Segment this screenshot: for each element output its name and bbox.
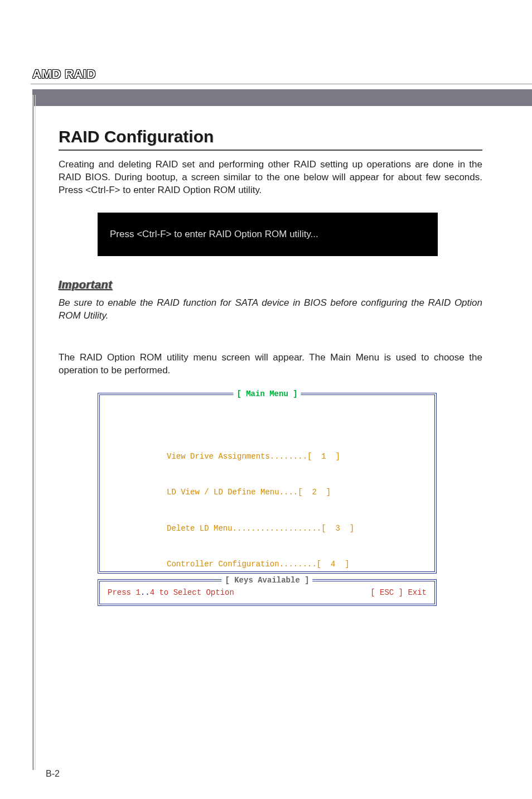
- bios-menu-item: LD View / LD Define Menu....[ 2 ]: [167, 488, 331, 497]
- keys-left-prefix: Press 1: [108, 588, 141, 597]
- bios-menu-item: Controller Configuration........[ 4 ]: [167, 560, 350, 569]
- bios-menu-item: Delete LD Menu...................[ 3 ]: [167, 524, 354, 533]
- keys-left-dots: ..: [141, 588, 150, 597]
- bios-keys-left: Press 1..4 to Select Option: [108, 588, 234, 597]
- keys-left-suffix: 4 to Select Option: [150, 588, 234, 597]
- bios-main-menu-title: [ Main Menu ]: [233, 389, 301, 398]
- boot-prompt-text: Press <Ctrl-F> to enter RAID Option ROM …: [110, 229, 318, 240]
- page-number: B-2: [46, 769, 60, 779]
- left-margin-rule-inner: [35, 95, 36, 770]
- bios-menu-item: View Drive Assignments........[ 1 ]: [167, 452, 340, 461]
- important-heading: Important: [59, 278, 482, 291]
- bios-keys-right: [ ESC ] Exit: [370, 588, 427, 597]
- title-underline: [59, 150, 482, 151]
- left-margin-rule: [32, 95, 34, 770]
- bios-keys-row: Press 1..4 to Select Option [ ESC ] Exit: [100, 581, 434, 604]
- intro-paragraph: Creating and deleting RAID set and perfo…: [59, 158, 482, 197]
- content-area: RAID Configuration Creating and deleting…: [59, 127, 482, 606]
- bios-screenshot: [ Main Menu ] View Drive Assignments....…: [98, 393, 437, 606]
- bios-keys-box: [ Keys Available ] Press 1..4 to Select …: [98, 579, 437, 606]
- bios-main-menu-box: [ Main Menu ] View Drive Assignments....…: [98, 393, 437, 574]
- document-page: AMD RAID RAID Configuration Creating and…: [0, 0, 532, 799]
- header-bar: [32, 89, 532, 106]
- bios-menu-list: View Drive Assignments........[ 1 ] LD V…: [167, 430, 354, 591]
- header-separator: [31, 84, 532, 84]
- important-text: Be sure to enable the RAID function for …: [59, 297, 482, 323]
- section-title: RAID Configuration: [59, 127, 482, 146]
- boot-prompt-box: Press <Ctrl-F> to enter RAID Option ROM …: [98, 213, 438, 256]
- bios-keys-title: [ Keys Available ]: [221, 576, 312, 585]
- appendix-label: AMD RAID: [32, 67, 96, 81]
- post-paragraph: The RAID Option ROM utility menu screen …: [59, 352, 482, 377]
